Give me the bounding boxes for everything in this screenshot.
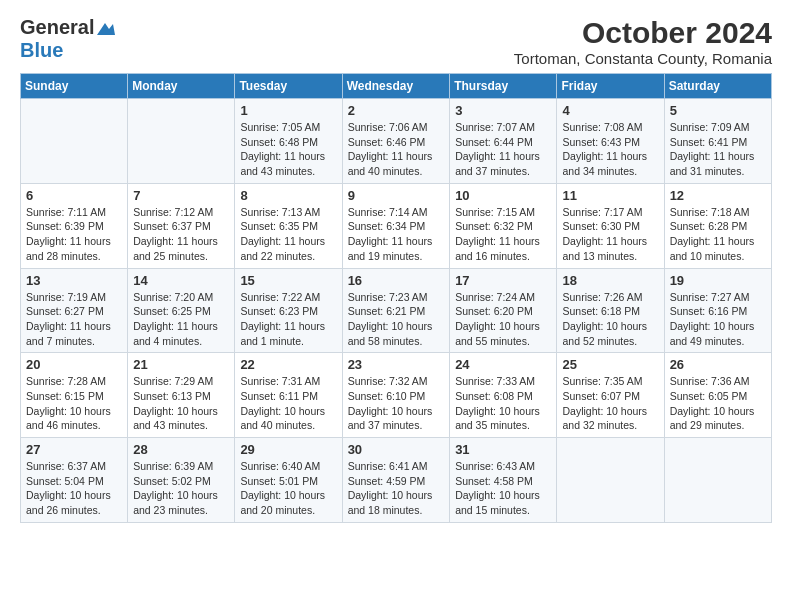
day-number: 9 [348,188,445,203]
day-number: 16 [348,273,445,288]
calendar-week-0: 1Sunrise: 7:05 AM Sunset: 6:48 PM Daylig… [21,99,772,184]
calendar-week-2: 13Sunrise: 7:19 AM Sunset: 6:27 PM Dayli… [21,268,772,353]
day-info: Sunrise: 6:41 AM Sunset: 4:59 PM Dayligh… [348,459,445,518]
header-row: SundayMondayTuesdayWednesdayThursdayFrid… [21,74,772,99]
header-monday: Monday [128,74,235,99]
day-number: 15 [240,273,336,288]
calendar-cell: 24Sunrise: 7:33 AM Sunset: 6:08 PM Dayli… [450,353,557,438]
calendar-cell: 20Sunrise: 7:28 AM Sunset: 6:15 PM Dayli… [21,353,128,438]
day-info: Sunrise: 7:20 AM Sunset: 6:25 PM Dayligh… [133,290,229,349]
calendar-cell: 23Sunrise: 7:32 AM Sunset: 6:10 PM Dayli… [342,353,450,438]
calendar-cell: 18Sunrise: 7:26 AM Sunset: 6:18 PM Dayli… [557,268,664,353]
calendar-subtitle: Tortoman, Constanta County, Romania [514,50,772,67]
calendar-cell: 16Sunrise: 7:23 AM Sunset: 6:21 PM Dayli… [342,268,450,353]
day-number: 11 [562,188,658,203]
calendar-cell: 25Sunrise: 7:35 AM Sunset: 6:07 PM Dayli… [557,353,664,438]
day-number: 1 [240,103,336,118]
title-section: October 2024 Tortoman, Constanta County,… [514,16,772,67]
day-number: 26 [670,357,766,372]
header-sunday: Sunday [21,74,128,99]
day-info: Sunrise: 7:27 AM Sunset: 6:16 PM Dayligh… [670,290,766,349]
day-info: Sunrise: 7:09 AM Sunset: 6:41 PM Dayligh… [670,120,766,179]
calendar-cell [128,99,235,184]
day-number: 27 [26,442,122,457]
calendar-cell: 12Sunrise: 7:18 AM Sunset: 6:28 PM Dayli… [664,183,771,268]
day-info: Sunrise: 7:26 AM Sunset: 6:18 PM Dayligh… [562,290,658,349]
day-info: Sunrise: 7:29 AM Sunset: 6:13 PM Dayligh… [133,374,229,433]
day-number: 23 [348,357,445,372]
calendar-cell: 8Sunrise: 7:13 AM Sunset: 6:35 PM Daylig… [235,183,342,268]
calendar-cell: 14Sunrise: 7:20 AM Sunset: 6:25 PM Dayli… [128,268,235,353]
day-info: Sunrise: 7:06 AM Sunset: 6:46 PM Dayligh… [348,120,445,179]
day-number: 6 [26,188,122,203]
calendar-cell: 29Sunrise: 6:40 AM Sunset: 5:01 PM Dayli… [235,438,342,523]
calendar-cell: 15Sunrise: 7:22 AM Sunset: 6:23 PM Dayli… [235,268,342,353]
header-tuesday: Tuesday [235,74,342,99]
day-info: Sunrise: 6:37 AM Sunset: 5:04 PM Dayligh… [26,459,122,518]
day-number: 3 [455,103,551,118]
day-info: Sunrise: 6:39 AM Sunset: 5:02 PM Dayligh… [133,459,229,518]
calendar-cell: 10Sunrise: 7:15 AM Sunset: 6:32 PM Dayli… [450,183,557,268]
day-info: Sunrise: 7:24 AM Sunset: 6:20 PM Dayligh… [455,290,551,349]
calendar-week-1: 6Sunrise: 7:11 AM Sunset: 6:39 PM Daylig… [21,183,772,268]
day-number: 5 [670,103,766,118]
calendar-cell [557,438,664,523]
day-info: Sunrise: 7:33 AM Sunset: 6:08 PM Dayligh… [455,374,551,433]
day-number: 18 [562,273,658,288]
day-number: 21 [133,357,229,372]
calendar-cell: 17Sunrise: 7:24 AM Sunset: 6:20 PM Dayli… [450,268,557,353]
day-number: 7 [133,188,229,203]
calendar-cell: 2Sunrise: 7:06 AM Sunset: 6:46 PM Daylig… [342,99,450,184]
calendar-week-4: 27Sunrise: 6:37 AM Sunset: 5:04 PM Dayli… [21,438,772,523]
day-number: 2 [348,103,445,118]
day-number: 31 [455,442,551,457]
svg-marker-0 [97,23,115,35]
day-info: Sunrise: 7:14 AM Sunset: 6:34 PM Dayligh… [348,205,445,264]
day-number: 25 [562,357,658,372]
day-info: Sunrise: 6:40 AM Sunset: 5:01 PM Dayligh… [240,459,336,518]
day-number: 28 [133,442,229,457]
calendar-cell: 27Sunrise: 6:37 AM Sunset: 5:04 PM Dayli… [21,438,128,523]
calendar-cell: 26Sunrise: 7:36 AM Sunset: 6:05 PM Dayli… [664,353,771,438]
day-number: 8 [240,188,336,203]
calendar-cell: 31Sunrise: 6:43 AM Sunset: 4:58 PM Dayli… [450,438,557,523]
calendar-cell: 13Sunrise: 7:19 AM Sunset: 6:27 PM Dayli… [21,268,128,353]
calendar-cell: 5Sunrise: 7:09 AM Sunset: 6:41 PM Daylig… [664,99,771,184]
day-info: Sunrise: 7:19 AM Sunset: 6:27 PM Dayligh… [26,290,122,349]
logo-bird-icon [95,21,117,37]
calendar-cell: 9Sunrise: 7:14 AM Sunset: 6:34 PM Daylig… [342,183,450,268]
header-friday: Friday [557,74,664,99]
day-number: 24 [455,357,551,372]
calendar-cell: 21Sunrise: 7:29 AM Sunset: 6:13 PM Dayli… [128,353,235,438]
calendar-body: 1Sunrise: 7:05 AM Sunset: 6:48 PM Daylig… [21,99,772,523]
day-number: 12 [670,188,766,203]
day-info: Sunrise: 7:36 AM Sunset: 6:05 PM Dayligh… [670,374,766,433]
calendar-week-3: 20Sunrise: 7:28 AM Sunset: 6:15 PM Dayli… [21,353,772,438]
day-number: 20 [26,357,122,372]
day-info: Sunrise: 7:18 AM Sunset: 6:28 PM Dayligh… [670,205,766,264]
calendar-cell: 30Sunrise: 6:41 AM Sunset: 4:59 PM Dayli… [342,438,450,523]
header-wednesday: Wednesday [342,74,450,99]
day-info: Sunrise: 6:43 AM Sunset: 4:58 PM Dayligh… [455,459,551,518]
day-number: 22 [240,357,336,372]
calendar-cell: 28Sunrise: 6:39 AM Sunset: 5:02 PM Dayli… [128,438,235,523]
day-info: Sunrise: 7:11 AM Sunset: 6:39 PM Dayligh… [26,205,122,264]
day-info: Sunrise: 7:15 AM Sunset: 6:32 PM Dayligh… [455,205,551,264]
day-number: 4 [562,103,658,118]
day-info: Sunrise: 7:17 AM Sunset: 6:30 PM Dayligh… [562,205,658,264]
day-info: Sunrise: 7:32 AM Sunset: 6:10 PM Dayligh… [348,374,445,433]
page-header: General Blue October 2024 Tortoman, Cons… [20,16,772,67]
header-thursday: Thursday [450,74,557,99]
day-number: 14 [133,273,229,288]
day-number: 19 [670,273,766,288]
day-info: Sunrise: 7:28 AM Sunset: 6:15 PM Dayligh… [26,374,122,433]
day-number: 13 [26,273,122,288]
day-number: 29 [240,442,336,457]
calendar-cell [664,438,771,523]
day-info: Sunrise: 7:22 AM Sunset: 6:23 PM Dayligh… [240,290,336,349]
calendar-title: October 2024 [514,16,772,50]
day-info: Sunrise: 7:31 AM Sunset: 6:11 PM Dayligh… [240,374,336,433]
calendar-header: SundayMondayTuesdayWednesdayThursdayFrid… [21,74,772,99]
day-info: Sunrise: 7:08 AM Sunset: 6:43 PM Dayligh… [562,120,658,179]
logo-text: General [20,16,118,39]
